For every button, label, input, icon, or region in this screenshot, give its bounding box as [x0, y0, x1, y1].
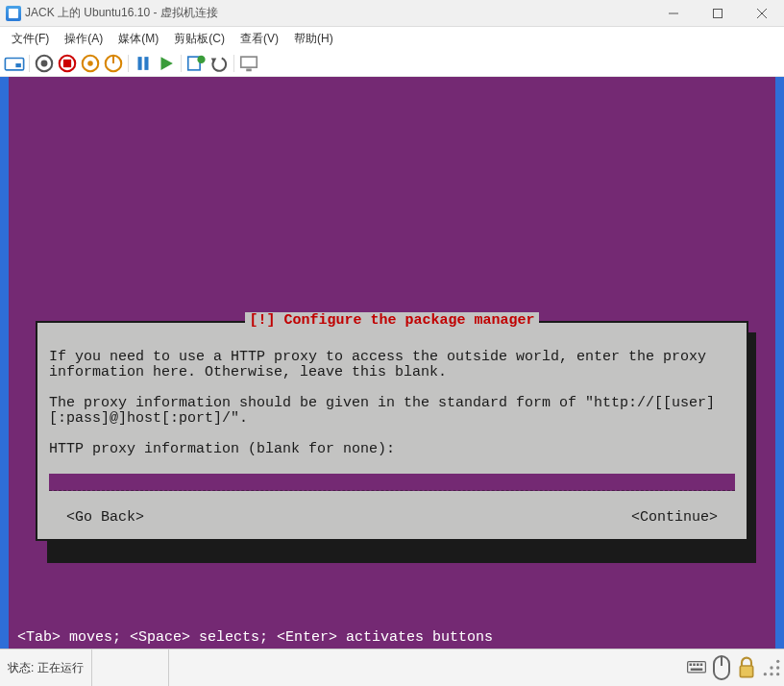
ctrl-alt-del-button[interactable]: [4, 53, 25, 74]
toolbar-separator: [128, 55, 129, 72]
toolbar: [0, 50, 784, 77]
status-empty-cell: [92, 649, 169, 686]
pause-button[interactable]: [133, 53, 154, 74]
toolbar-separator: [181, 55, 182, 72]
svg-marker-16: [161, 57, 173, 70]
svg-rect-22: [688, 661, 706, 672]
svg-rect-15: [144, 57, 148, 70]
vm-display: [!] Configure the package manager If you…: [0, 77, 784, 649]
status-label: 状态:: [8, 660, 34, 676]
close-button[interactable]: [740, 0, 784, 27]
svg-rect-14: [138, 57, 142, 70]
enhanced-session-button[interactable]: [238, 53, 259, 74]
status-value: 正在运行: [37, 660, 84, 676]
menu-action[interactable]: 操作(A): [57, 29, 110, 49]
dialog-title-wrapper: [!] Configure the package manager: [37, 313, 747, 329]
svg-rect-26: [700, 663, 703, 666]
svg-point-34: [764, 673, 767, 675]
save-icon: [80, 53, 101, 74]
menu-file[interactable]: 文件(F): [4, 29, 57, 49]
turn-off-icon: [34, 53, 55, 74]
continue-button[interactable]: <Continue>: [631, 510, 718, 526]
start-button[interactable]: [156, 53, 177, 74]
power-button[interactable]: [103, 53, 124, 74]
menu-media[interactable]: 媒体(M): [110, 29, 166, 49]
titlebar: JACK 上的 Ubuntu16.10 - 虚拟机连接: [0, 0, 784, 27]
menu-clipboard[interactable]: 剪贴板(C): [166, 29, 233, 49]
enhanced-icon: [238, 53, 259, 74]
go-back-button[interactable]: <Go Back>: [66, 510, 144, 526]
desktop-edge-right: [775, 77, 784, 649]
window-title: JACK 上的 Ubuntu16.10 - 虚拟机连接: [25, 5, 651, 21]
svg-rect-23: [690, 663, 693, 666]
toolbar-separator: [233, 55, 234, 72]
revert-button[interactable]: [208, 53, 230, 74]
desktop-edge-left: [0, 77, 9, 649]
svg-point-11: [87, 61, 93, 66]
svg-point-31: [776, 660, 779, 663]
svg-point-7: [41, 60, 48, 66]
svg-rect-9: [63, 59, 71, 66]
svg-rect-5: [15, 63, 21, 67]
svg-point-36: [776, 673, 779, 675]
app-icon: [6, 6, 21, 21]
minimize-icon: [669, 9, 678, 18]
svg-point-35: [770, 673, 772, 675]
close-icon: [757, 9, 767, 18]
menu-help[interactable]: 帮助(H): [286, 29, 341, 49]
dialog-nav: <Go Back> <Continue>: [49, 510, 735, 533]
configure-package-manager-dialog: [!] Configure the package manager If you…: [36, 321, 748, 541]
svg-rect-30: [740, 666, 752, 677]
checkpoint-icon: [185, 53, 207, 74]
svg-rect-25: [697, 663, 699, 666]
shutdown-button[interactable]: [57, 53, 78, 74]
maximize-icon: [713, 9, 723, 18]
revert-icon: [208, 53, 230, 74]
svg-rect-21: [246, 68, 252, 71]
dialog-title: [!] Configure the package manager: [245, 312, 538, 329]
start-icon: [156, 53, 177, 74]
svg-point-18: [197, 55, 205, 62]
keyboard-status-icon[interactable]: [687, 658, 706, 677]
footer-hint: <Tab> moves; <Space> selects; <Enter> ac…: [17, 629, 493, 646]
dialog-paragraph-1: If you need to use a HTTP proxy to acces…: [49, 350, 735, 380]
proxy-input[interactable]: [49, 474, 735, 491]
ctrl-alt-del-icon: [4, 53, 25, 74]
turn-off-button[interactable]: [34, 53, 55, 74]
svg-rect-27: [691, 668, 703, 671]
minimize-button[interactable]: [651, 0, 696, 27]
pause-icon: [133, 53, 154, 74]
maximize-button[interactable]: [696, 0, 740, 27]
menubar: 文件(F) 操作(A) 媒体(M) 剪贴板(C) 查看(V) 帮助(H): [0, 27, 784, 50]
svg-rect-20: [241, 57, 257, 67]
svg-rect-1: [714, 9, 723, 17]
svg-point-32: [770, 666, 772, 669]
dialog-paragraph-2: The proxy information should be given in…: [49, 396, 735, 427]
statusbar: 状态: 正在运行: [0, 649, 784, 686]
toolbar-separator: [29, 55, 30, 72]
checkpoint-button[interactable]: [185, 53, 207, 74]
power-icon: [103, 53, 124, 74]
proxy-field-label: HTTP proxy information (blank for none):: [49, 442, 735, 457]
shutdown-icon: [57, 53, 78, 74]
mouse-status-icon[interactable]: [712, 658, 731, 677]
save-button[interactable]: [80, 53, 101, 74]
status-cell: 状态: 正在运行: [0, 649, 92, 686]
installer-screen[interactable]: [!] Configure the package manager If you…: [9, 77, 775, 649]
grip-icon[interactable]: [762, 658, 781, 677]
menu-view[interactable]: 查看(V): [233, 29, 286, 49]
svg-rect-24: [693, 663, 696, 666]
svg-point-33: [776, 666, 779, 669]
lock-status-icon[interactable]: [737, 658, 756, 677]
